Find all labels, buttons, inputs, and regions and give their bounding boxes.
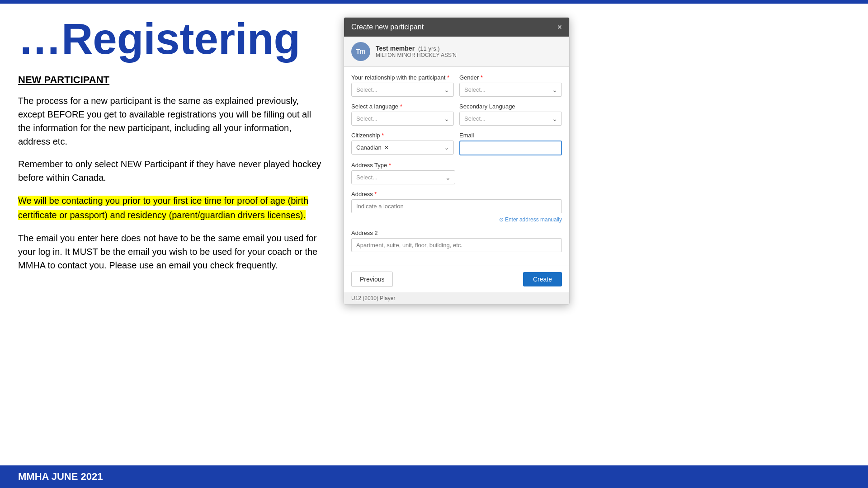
gender-select[interactable]: Select...: [459, 83, 562, 97]
modal-header: Create new participant ×: [344, 18, 569, 37]
address-type-label: Address Type *: [351, 162, 455, 169]
address-type-select[interactable]: Select...: [351, 170, 455, 184]
enter-address-manually-link[interactable]: ⊙ Enter address manually: [499, 216, 562, 223]
citizenship-group: Citizenship * Canadian ✕ ⌄: [351, 132, 454, 155]
bottom-bar-label: MMHA JUNE 2021: [18, 471, 103, 483]
modal-title: Create new participant: [351, 23, 424, 31]
form-row-1: Your relationship with the participant *…: [351, 74, 562, 97]
relationship-select[interactable]: Select...: [351, 83, 454, 97]
section-heading: NEW PARTICIPANT: [18, 74, 326, 86]
highlighted-block: We will be contacting you prior to your …: [18, 193, 326, 222]
address-type-select-wrapper[interactable]: Select...: [351, 170, 455, 184]
secondary-language-select-wrapper[interactable]: Select...: [459, 112, 562, 126]
secondary-language-select[interactable]: Select...: [459, 112, 562, 126]
paragraph-2: Remember to only select NEW Participant …: [18, 157, 326, 184]
participant-banner: Tm Test member (11 yrs.) MILTON MINOR HO…: [344, 37, 569, 67]
citizenship-chevron-icon: ⌄: [444, 145, 449, 151]
bottom-bar: MMHA JUNE 2021: [0, 465, 868, 488]
address2-input[interactable]: [351, 238, 562, 252]
modal: Create new participant × Tm Test member …: [344, 17, 570, 305]
address2-label: Address 2: [351, 230, 562, 236]
form-row-6: Address 2: [351, 230, 562, 252]
language-select[interactable]: Select...: [351, 112, 454, 126]
page-title: …Registering: [18, 17, 326, 61]
address-type-group: Address Type * Select...: [351, 162, 455, 184]
bottom-strip-text: U12 (2010) Player: [351, 295, 395, 301]
modal-footer: Previous Create: [344, 266, 569, 292]
secondary-language-label: Secondary Language: [459, 103, 562, 110]
language-label: Select a language *: [351, 103, 454, 110]
citizenship-label: Citizenship *: [351, 132, 454, 139]
gender-group: Gender * Select...: [459, 74, 562, 97]
paragraph-1: The process for a new participant is the…: [18, 94, 326, 148]
form-row-4: Address Type * Select...: [351, 162, 562, 184]
highlighted-text: We will be contacting you prior to your …: [18, 196, 308, 220]
avatar: Tm: [351, 42, 370, 61]
relationship-group: Your relationship with the participant *…: [351, 74, 454, 97]
modal-body: Your relationship with the participant *…: [344, 67, 569, 266]
enter-address-link[interactable]: ⊙ Enter address manually: [351, 215, 562, 223]
create-button[interactable]: Create: [523, 272, 562, 286]
left-panel: …Registering NEW PARTICIPANT The process…: [18, 17, 344, 465]
language-select-wrapper[interactable]: Select...: [351, 112, 454, 126]
gender-label: Gender *: [459, 74, 562, 81]
top-bar: [0, 0, 868, 4]
gender-select-wrapper[interactable]: Select...: [459, 83, 562, 97]
relationship-label: Your relationship with the participant *: [351, 74, 454, 81]
previous-button[interactable]: Previous: [351, 272, 393, 287]
email-input[interactable]: [459, 141, 562, 155]
right-panel: Create new participant × Tm Test member …: [344, 17, 850, 465]
email-label: Email: [459, 132, 562, 139]
address-label: Address *: [351, 191, 562, 197]
address-input[interactable]: [351, 199, 562, 213]
paragraph-3: The email you enter here does not have t…: [18, 231, 326, 272]
secondary-language-group: Secondary Language Select...: [459, 103, 562, 126]
email-group: Email: [459, 132, 562, 155]
bottom-strip: U12 (2010) Player: [344, 292, 569, 304]
form-row-2: Select a language * Select... Secondary …: [351, 103, 562, 126]
relationship-select-wrapper[interactable]: Select...: [351, 83, 454, 97]
citizenship-clear-icon[interactable]: ✕: [384, 145, 389, 151]
form-row-5: Address * ⊙ Enter address manually: [351, 191, 562, 223]
participant-info: Test member (11 yrs.) MILTON MINOR HOCKE…: [376, 45, 457, 58]
language-group: Select a language * Select...: [351, 103, 454, 126]
participant-name: Test member (11 yrs.): [376, 45, 457, 52]
citizenship-field[interactable]: Canadian ✕ ⌄: [351, 141, 454, 155]
citizenship-value: Canadian: [356, 144, 382, 151]
participant-org: MILTON MINOR HOCKEY ASS'N: [376, 52, 457, 58]
form-row-3: Citizenship * Canadian ✕ ⌄ Email: [351, 132, 562, 155]
modal-close-button[interactable]: ×: [557, 23, 562, 31]
